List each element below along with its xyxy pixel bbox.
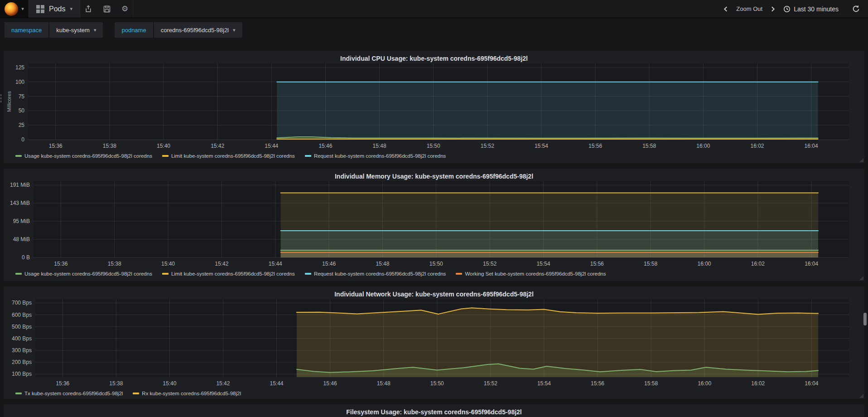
legend-label[interactable]: Working Set kube-system coredns-695f96dc… [465, 271, 606, 276]
svg-text:15:52: 15:52 [484, 380, 497, 387]
chart-legend: Usage kube-system coredns-695f96dcd5-98j… [5, 151, 863, 160]
svg-text:25: 25 [19, 122, 25, 128]
refresh-button[interactable] [852, 5, 860, 13]
legend-item[interactable]: Request kube-system coredns-695f96dcd5-9… [305, 153, 446, 159]
svg-text:15:56: 15:56 [588, 143, 602, 149]
svg-text:15:48: 15:48 [377, 380, 391, 387]
legend-color-dash [162, 155, 169, 157]
svg-text:100: 100 [15, 79, 24, 85]
svg-text:300 Bps: 300 Bps [12, 347, 32, 354]
svg-text:15:58: 15:58 [642, 143, 656, 149]
svg-text:15:40: 15:40 [161, 261, 175, 267]
panel-resize-handle[interactable] [859, 276, 863, 280]
legend-label[interactable]: Request kube-system coredns-695f96dcd5-9… [314, 271, 446, 276]
legend-label[interactable]: Usage kube-system coredns-695f96dcd5-98j… [24, 153, 152, 159]
grafana-menu[interactable]: ▾ [0, 0, 29, 18]
legend-color-dash [456, 273, 462, 275]
settings-button[interactable]: ⚙ [121, 4, 128, 14]
legend-item[interactable]: Usage kube-system coredns-695f96dcd5-98j… [15, 153, 152, 159]
save-button[interactable] [103, 5, 111, 13]
svg-text:15:38: 15:38 [108, 261, 121, 267]
svg-text:15:52: 15:52 [483, 261, 497, 267]
svg-text:15:48: 15:48 [373, 143, 386, 149]
svg-text:48 MiB: 48 MiB [13, 236, 30, 242]
legend-item[interactable]: Usage kube-system coredns-695f96dcd5-98j… [15, 271, 152, 276]
svg-text:16:00: 16:00 [698, 380, 711, 387]
legend-item[interactable]: Rx kube-system coredns-695f96dcd5-98j2l [133, 391, 241, 396]
variable-podname-label: podname [115, 22, 153, 38]
chevron-down-icon: ▾ [233, 28, 236, 33]
svg-text:Millicores: Millicores [6, 91, 12, 112]
legend-color-dash [15, 155, 22, 157]
svg-text:95 MiB: 95 MiB [13, 218, 30, 224]
variable-namespace-value-dropdown[interactable]: kube-system▾ [49, 22, 103, 38]
svg-text:143 MiB: 143 MiB [10, 200, 30, 206]
dashboard-title[interactable]: Pods [49, 5, 65, 13]
dashboard-grid-icon [36, 5, 44, 13]
legend-label[interactable]: Limit kube-system coredns-695f96dcd5-98j… [171, 271, 295, 276]
svg-text:15:50: 15:50 [429, 261, 443, 267]
legend-label[interactable]: Usage kube-system coredns-695f96dcd5-98j… [24, 271, 152, 276]
time-range-label: Last 30 minutes [794, 5, 839, 13]
time-back-button[interactable] [723, 6, 729, 12]
page-scrollbar[interactable] [863, 313, 867, 325]
network-usage-chart[interactable]: 100 Bps200 Bps300 Bps400 Bps500 Bps600 B… [5, 299, 863, 389]
svg-text:15:38: 15:38 [109, 380, 123, 387]
svg-text:15:54: 15:54 [536, 261, 550, 267]
svg-text:600 Bps: 600 Bps [12, 312, 32, 318]
panel-title[interactable]: Individual Memory Usage: kube-system cor… [5, 171, 863, 181]
panel-title[interactable]: Filesystem Usage: kube-system coredns-69… [5, 407, 863, 417]
svg-text:15:40: 15:40 [163, 380, 176, 387]
legend-label[interactable]: Tx kube-system coredns-695f96dcd5-98j2l [24, 391, 123, 396]
grafana-logo-icon [5, 2, 18, 16]
panel-resize-handle[interactable] [859, 394, 863, 398]
legend-color-dash [305, 155, 311, 157]
panel-title[interactable]: Individual Network Usage: kube-system co… [5, 289, 863, 299]
legend-item[interactable]: Working Set kube-system coredns-695f96dc… [456, 271, 606, 276]
svg-text:15:42: 15:42 [216, 380, 230, 387]
svg-text:15:56: 15:56 [591, 380, 604, 387]
memory-usage-chart[interactable]: 0 B48 MiB95 MiB143 MiB191 MiB15:3615:381… [5, 181, 863, 269]
svg-text:15:46: 15:46 [318, 143, 332, 149]
time-range-picker[interactable]: Last 30 minutes [783, 5, 839, 13]
cpu-usage-chart[interactable]: 025507510012515:3615:3815:4015:4215:4415… [5, 63, 863, 151]
svg-text:50: 50 [19, 107, 25, 114]
svg-text:16:00: 16:00 [697, 261, 711, 267]
svg-text:15:50: 15:50 [430, 380, 444, 387]
panel-filesystem-usage: Filesystem Usage: kube-system coredns-69… [4, 404, 864, 417]
svg-text:16:00: 16:00 [696, 143, 710, 149]
chevron-down-icon: ▾ [70, 6, 72, 11]
panel-drag-handle[interactable] [0, 94, 3, 102]
legend-item[interactable]: Request kube-system coredns-695f96dcd5-9… [305, 271, 446, 276]
svg-text:15:46: 15:46 [322, 261, 336, 267]
svg-text:15:36: 15:36 [56, 380, 69, 387]
svg-text:400 Bps: 400 Bps [12, 335, 32, 342]
zoom-out-button[interactable]: Zoom Out [736, 5, 762, 12]
legend-label[interactable]: Request kube-system coredns-695f96dcd5-9… [314, 153, 446, 159]
legend-label[interactable]: Limit kube-system coredns-695f96dcd5-98j… [171, 153, 295, 159]
variable-podname-value-dropdown[interactable]: coredns-695f96dcd5-98j2l▾ [154, 22, 242, 38]
svg-text:15:58: 15:58 [644, 261, 657, 267]
dashboard-picker[interactable]: Pods ▾ [29, 0, 80, 18]
dashboard-body: Individual CPU Usage: kube-system coredn… [0, 42, 868, 417]
legend-item[interactable]: Limit kube-system coredns-695f96dcd5-98j… [162, 153, 295, 159]
clock-icon [783, 5, 791, 13]
legend-item[interactable]: Tx kube-system coredns-695f96dcd5-98j2l [15, 391, 123, 396]
svg-text:16:02: 16:02 [750, 143, 764, 149]
chevron-down-icon: ▾ [94, 28, 96, 33]
svg-text:15:50: 15:50 [427, 143, 440, 149]
panel-title[interactable]: Individual CPU Usage: kube-system coredn… [5, 53, 863, 63]
legend-item[interactable]: Limit kube-system coredns-695f96dcd5-98j… [162, 271, 295, 276]
svg-text:16:04: 16:04 [805, 261, 818, 267]
share-icon [85, 5, 92, 13]
panel-resize-handle[interactable] [859, 158, 863, 162]
svg-text:15:42: 15:42 [211, 143, 224, 149]
share-button[interactable] [85, 5, 92, 13]
top-navbar: ▾ Pods ▾ ⚙ Zoom Out [0, 0, 868, 18]
time-forward-button[interactable] [770, 6, 776, 12]
panel-cpu-usage: Individual CPU Usage: kube-system coredn… [4, 51, 864, 163]
svg-text:500 Bps: 500 Bps [12, 324, 32, 330]
svg-text:15:48: 15:48 [376, 261, 389, 267]
legend-color-dash [133, 393, 139, 394]
legend-label[interactable]: Rx kube-system coredns-695f96dcd5-98j2l [142, 391, 241, 396]
